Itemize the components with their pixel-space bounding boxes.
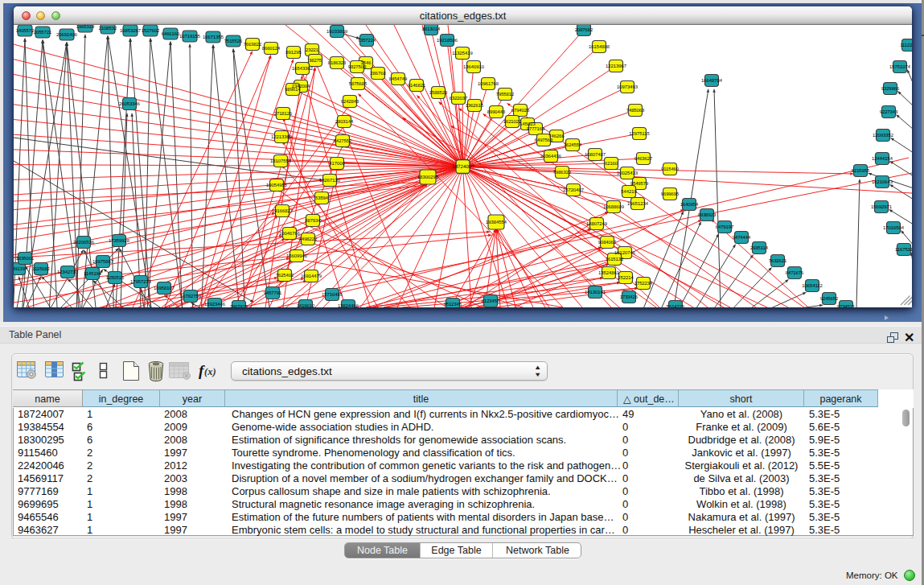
svg-text:18300295: 18300295 [417, 175, 438, 180]
svg-text:2803144: 2803144 [335, 119, 354, 125]
svg-text:1419610: 1419610 [297, 303, 315, 307]
svg-text:12444154: 12444154 [872, 156, 893, 162]
svg-text:5614226: 5614226 [667, 304, 685, 307]
svg-text:39139: 39139 [14, 266, 25, 272]
svg-text:12975115: 12975115 [629, 131, 649, 137]
svg-text:5875685: 5875685 [349, 81, 368, 87]
svg-text:10961768: 10961768 [478, 81, 499, 87]
svg-text:7485063: 7485063 [626, 108, 645, 113]
svg-text:544219: 544219 [621, 189, 636, 195]
svg-text:1621022: 1621022 [503, 119, 522, 125]
svg-text:7357224: 7357224 [358, 38, 376, 43]
svg-text:9474444: 9474444 [733, 235, 751, 241]
svg-text:8938923: 8938923 [698, 212, 717, 218]
svg-text:16914479: 16914479 [301, 274, 322, 279]
svg-text:7955812: 7955812 [496, 92, 515, 97]
svg-text:9245652: 9245652 [820, 296, 839, 302]
svg-text:13524861: 13524861 [598, 270, 619, 276]
svg-text:10025433: 10025433 [617, 171, 638, 176]
svg-text:9498222: 9498222 [299, 237, 318, 242]
svg-text:13824466: 13824466 [338, 303, 359, 307]
svg-text:13267130: 13267130 [319, 178, 340, 183]
svg-text:10688609: 10688609 [603, 204, 624, 210]
svg-text:7986322: 7986322 [553, 170, 572, 175]
svg-text:6794028: 6794028 [511, 108, 530, 113]
svg-text:17359928: 17359928 [109, 238, 129, 244]
svg-text:10046766: 10046766 [279, 231, 300, 237]
svg-text:18107554: 18107554 [270, 159, 292, 164]
svg-text:16648784: 16648784 [701, 78, 723, 84]
svg-text:20691406: 20691406 [56, 32, 77, 38]
svg-text:8454749: 8454749 [389, 76, 408, 82]
svg-text:9699695: 9699695 [661, 192, 680, 197]
svg-text:14130141: 14130141 [585, 290, 606, 295]
svg-text:7663822: 7663822 [244, 42, 262, 47]
svg-text:417006: 417006 [329, 161, 344, 167]
svg-text:16154808: 16154808 [589, 44, 610, 50]
svg-text:1145194: 1145194 [84, 271, 102, 277]
svg-text:2108532: 2108532 [99, 26, 117, 31]
svg-text:1588520: 1588520 [429, 90, 448, 96]
svg-text:16782759: 16782759 [180, 294, 201, 299]
svg-text:9734521: 9734521 [837, 304, 856, 307]
svg-text:10975867: 10975867 [92, 259, 113, 265]
svg-text:891295: 891295 [285, 50, 301, 56]
svg-text:17957273: 17957273 [130, 279, 151, 285]
svg-text:16210643: 16210643 [872, 179, 893, 185]
svg-text:8471676: 8471676 [786, 270, 804, 276]
svg-text:2055721: 2055721 [34, 30, 52, 35]
svg-text:15751074: 15751074 [889, 64, 911, 70]
svg-text:15716485: 15716485 [322, 292, 343, 298]
svg-text:19166827: 19166827 [272, 208, 293, 214]
svg-text:1640954: 1640954 [680, 202, 699, 208]
svg-text:8813014: 8813014 [422, 27, 441, 32]
svg-text:8990448: 8990448 [487, 109, 506, 115]
svg-text:15609948: 15609948 [286, 253, 307, 259]
svg-text:11325419: 11325419 [452, 51, 472, 56]
svg-text:1167531: 1167531 [895, 247, 912, 253]
svg-text:2867825: 2867825 [230, 304, 248, 307]
svg-text:1362615: 1362615 [466, 103, 484, 109]
svg-text:18807249: 18807249 [586, 221, 607, 227]
svg-text:6322037: 6322037 [450, 96, 468, 101]
svg-text:12093352: 12093352 [873, 133, 893, 138]
svg-text:19054955: 19054955 [266, 183, 287, 188]
svg-text:9512345: 9512345 [444, 302, 462, 307]
svg-text:19651234: 19651234 [627, 201, 649, 207]
svg-text:145023: 145023 [519, 122, 535, 127]
svg-text:16543362: 16543362 [292, 66, 313, 72]
svg-text:8215955: 8215955 [852, 168, 870, 174]
svg-text:15720407: 15720407 [563, 187, 584, 193]
svg-text:12213967: 12213967 [606, 64, 626, 69]
svg-text:252214: 252214 [618, 275, 634, 281]
svg-text:1527602: 1527602 [142, 28, 160, 34]
svg-text:1733426: 1733426 [620, 295, 639, 300]
svg-text:8427552: 8427552 [334, 138, 352, 144]
svg-text:26053346: 26053346 [119, 101, 140, 107]
svg-text:1965319: 1965319 [76, 25, 95, 30]
svg-text:1250515: 1250515 [106, 275, 125, 281]
svg-text:6479197: 6479197 [716, 225, 734, 230]
svg-text:16120746: 16120746 [614, 250, 635, 256]
svg-text:9329966: 9329966 [881, 86, 900, 92]
svg-text:19218506: 19218506 [437, 38, 458, 43]
svg-text:7625402: 7625402 [276, 273, 294, 278]
svg-text:16033809: 16033809 [326, 29, 347, 35]
svg-text:10654112: 10654112 [802, 283, 822, 289]
svg-text:9146821: 9146821 [408, 83, 426, 89]
svg-text:2718126: 2718126 [274, 111, 293, 117]
svg-text:10807487: 10807487 [585, 152, 606, 158]
svg-text:6497568: 6497568 [535, 138, 553, 143]
svg-text:10853267: 10853267 [120, 28, 141, 34]
svg-text:9549579: 9549579 [630, 181, 649, 187]
svg-text:12213369: 12213369 [271, 134, 292, 140]
svg-text:9227343: 9227343 [880, 109, 898, 115]
svg-text:15692971: 15692971 [871, 204, 892, 210]
svg-text:12923446: 12923446 [204, 302, 225, 307]
svg-text:2935114: 2935114 [750, 245, 769, 251]
svg-text:9777169: 9777169 [527, 126, 545, 132]
svg-text:2087682: 2087682 [575, 27, 593, 33]
svg-text:18724007: 18724007 [452, 164, 474, 170]
svg-text:8186328: 8186328 [328, 60, 347, 66]
svg-text:9827508: 9827508 [348, 64, 367, 70]
